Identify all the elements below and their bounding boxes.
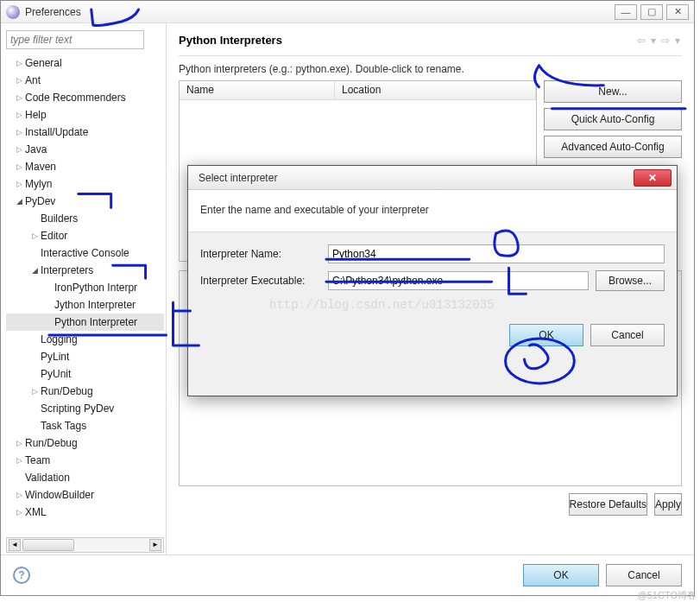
modal-instruction: Enter the name and executable of your in… (188, 190, 677, 232)
footer: ? OK Cancel (1, 554, 694, 595)
tri-collapsed-icon[interactable]: ▷ (15, 439, 23, 447)
tree-item-label: PyLint (41, 351, 69, 363)
tree-item-code-recommenders[interactable]: ▷Code Recommenders (6, 89, 164, 106)
tri-collapsed-icon[interactable]: ▷ (15, 111, 23, 119)
tri-collapsed-icon[interactable]: ▷ (15, 180, 23, 188)
quick-auto-config-button[interactable]: Quick Auto-Config (544, 108, 682, 130)
nav-back-icon[interactable]: ⇦ (635, 35, 647, 47)
tri-collapsed-icon[interactable]: ▷ (15, 93, 23, 102)
restore-defaults-button[interactable]: Restore Defaults (569, 493, 647, 516)
ok-button[interactable]: OK (523, 564, 599, 586)
horizontal-scrollbar[interactable]: ◄ ► (6, 537, 164, 553)
nav-back-menu-icon[interactable]: ▾ (649, 35, 658, 47)
eclipse-icon (6, 5, 20, 19)
tri-collapsed-icon[interactable]: ▷ (15, 491, 23, 499)
tree-item-interpreters[interactable]: ◢Interpreters (6, 262, 164, 279)
tree-item-ant[interactable]: ▷Ant (6, 72, 164, 89)
interpreter-name-input[interactable] (328, 244, 665, 263)
tri-collapsed-icon[interactable]: ▷ (30, 231, 39, 240)
column-location[interactable]: Location (335, 81, 536, 99)
column-name[interactable]: Name (180, 81, 335, 99)
nav-forward-icon[interactable]: ⇨ (659, 35, 672, 47)
tree-item-label: PyUnit (41, 368, 71, 380)
tree-item-xml[interactable]: ▷XML (6, 504, 164, 521)
tree-item-label: Logging (41, 333, 78, 345)
tree-item-builders[interactable]: Builders (6, 210, 164, 227)
tree-item-label: Ant (25, 74, 41, 86)
modal-cancel-button[interactable]: Cancel (590, 324, 665, 346)
advanced-auto-config-button[interactable]: Advanced Auto-Config (544, 136, 682, 158)
tri-expanded-icon[interactable]: ◢ (15, 197, 23, 206)
tree-item-pylint[interactable]: PyLint (6, 348, 164, 365)
tree-item-windowbuilder[interactable]: ▷WindowBuilder (6, 486, 164, 504)
tree-item-interactive-console[interactable]: Interactive Console (6, 244, 164, 262)
tri-collapsed-icon[interactable]: ▷ (15, 59, 23, 67)
cancel-button[interactable]: Cancel (606, 564, 682, 586)
help-icon[interactable]: ? (13, 567, 30, 584)
tree-item-editor[interactable]: ▷Editor (6, 227, 164, 244)
tree-item-jython-interpreter[interactable]: Jython Interpreter (6, 296, 164, 314)
tri-collapsed-icon[interactable]: ▷ (15, 145, 23, 154)
sidebar: ▷General▷Ant▷Code Recommenders▷Help▷Inst… (1, 23, 167, 554)
window-controls: — ▢ ✕ (615, 4, 689, 20)
tree-item-scripting-pydev[interactable]: Scripting PyDev (6, 400, 164, 417)
tree-item-help[interactable]: ▷Help (6, 106, 164, 124)
tree-item-team[interactable]: ▷Team (6, 452, 164, 469)
tri-collapsed-icon[interactable]: ▷ (15, 508, 23, 516)
tree-item-label: Run/Debug (25, 437, 78, 449)
tree-item-label: Interactive Console (41, 247, 129, 259)
tree-item-pydev[interactable]: ◢PyDev (6, 193, 164, 210)
interpreter-executable-input[interactable] (328, 271, 589, 290)
tree-item-validation[interactable]: Validation (6, 469, 164, 486)
close-button[interactable]: ✕ (666, 4, 689, 20)
copyright-text: @51CTO博客 (638, 589, 697, 602)
tree-item-label: Mylyn (25, 178, 52, 190)
tree-item-label: XML (25, 506, 47, 518)
tree-item-label: Builders (41, 212, 78, 225)
tree-item-python-interpreter[interactable]: Python Interpreter (6, 314, 164, 331)
nav-arrows: ⇦ ▾ ⇨ ▾ (635, 35, 682, 47)
maximize-button[interactable]: ▢ (640, 4, 663, 20)
tri-expanded-icon[interactable]: ◢ (30, 266, 39, 275)
scroll-thumb[interactable] (22, 539, 74, 551)
tree-item-label: Python Interpreter (54, 316, 137, 328)
tree-item-label: PyDev (25, 195, 55, 207)
tri-collapsed-icon[interactable]: ▷ (30, 387, 39, 396)
browse-button[interactable]: Browse... (596, 270, 665, 291)
tree-item-label: Interpreters (41, 264, 93, 276)
preference-tree[interactable]: ▷General▷Ant▷Code Recommenders▷Help▷Inst… (6, 54, 164, 534)
tree-item-java[interactable]: ▷Java (6, 141, 164, 158)
new-button[interactable]: New... (544, 80, 682, 103)
interpreter-executable-label: Interpreter Executable: (200, 275, 321, 287)
filter-input[interactable] (6, 30, 144, 49)
tree-item-logging[interactable]: Logging (6, 331, 164, 348)
tree-item-pyunit[interactable]: PyUnit (6, 365, 164, 383)
tree-item-label: Run/Debug (41, 385, 93, 397)
tree-item-maven[interactable]: ▷Maven (6, 158, 164, 175)
description-text: Python interpreters (e.g.: python.exe). … (179, 63, 682, 75)
tree-item-run-debug[interactable]: ▷Run/Debug (6, 383, 164, 400)
tree-item-install-update[interactable]: ▷Install/Update (6, 124, 164, 141)
tree-item-run-debug[interactable]: ▷Run/Debug (6, 434, 164, 452)
tri-collapsed-icon[interactable]: ▷ (15, 162, 23, 171)
window-title: Preferences (25, 6, 615, 18)
tree-item-general[interactable]: ▷General (6, 54, 164, 72)
page-title: Python Interpreters (179, 34, 635, 47)
minimize-button[interactable]: — (615, 4, 637, 20)
preferences-window: Preferences — ▢ ✕ ▷General▷Ant▷Code Reco… (0, 0, 695, 596)
modal-close-button[interactable]: ✕ (634, 169, 672, 187)
tree-item-task-tags[interactable]: Task Tags (6, 417, 164, 434)
tree-item-label: Java (25, 143, 47, 155)
tree-item-label: Scripting PyDev (41, 402, 114, 415)
tri-collapsed-icon[interactable]: ▷ (15, 76, 23, 85)
tree-item-mylyn[interactable]: ▷Mylyn (6, 175, 164, 193)
tree-item-ironpython-interpr[interactable]: IronPython Interpr (6, 279, 164, 296)
apply-button[interactable]: Apply (654, 493, 682, 516)
tri-collapsed-icon[interactable]: ▷ (15, 128, 23, 136)
nav-menu-icon[interactable]: ▾ (673, 35, 682, 47)
tri-collapsed-icon[interactable]: ▷ (15, 456, 23, 465)
scroll-right-arrow[interactable]: ► (149, 539, 161, 551)
tree-item-label: Code Recommenders (25, 92, 126, 104)
modal-ok-button[interactable]: OK (509, 324, 583, 346)
scroll-left-arrow[interactable]: ◄ (9, 539, 21, 551)
